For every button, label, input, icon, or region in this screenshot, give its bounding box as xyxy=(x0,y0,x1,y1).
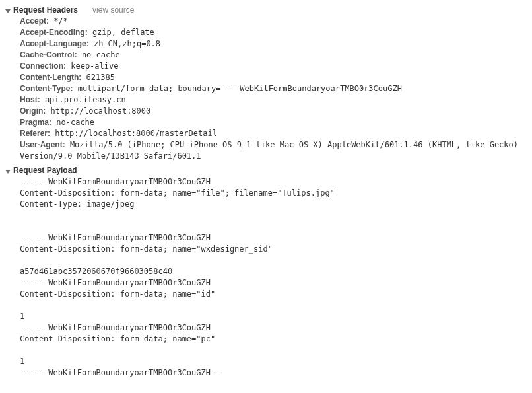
header-name: Content-Length: xyxy=(20,73,81,82)
header-value: no-cache xyxy=(77,50,120,59)
header-name: Accept: xyxy=(20,17,49,26)
header-row: Pragma: no-cache xyxy=(20,117,527,128)
header-name: Accept-Encoding: xyxy=(20,28,88,37)
header-value: multipart/form-data; boundary=----WebKit… xyxy=(73,84,402,93)
header-name: Referer: xyxy=(20,129,50,138)
header-value: Mozilla/5.0 (iPhone; CPU iPhone OS 9_1 l… xyxy=(20,140,523,161)
header-value: gzip, deflate xyxy=(88,28,154,37)
request-headers-list: Accept: */* Accept-Encoding: gzip, defla… xyxy=(5,16,527,162)
header-value: api.pro.iteasy.cn xyxy=(40,95,126,104)
header-row: Connection: keep-alive xyxy=(20,61,527,72)
header-row: Origin: http://localhost:8000 xyxy=(20,106,527,117)
header-name: Host: xyxy=(20,95,40,104)
header-row: Cache-Control: no-cache xyxy=(20,50,527,61)
request-headers-toggle[interactable]: Request Headers view source xyxy=(5,4,527,16)
header-name: Connection: xyxy=(20,61,66,71)
view-source-link[interactable]: view source xyxy=(92,5,134,15)
header-name: User-Agent: xyxy=(20,140,65,149)
header-name: Cache-Control: xyxy=(20,50,77,59)
header-row: User-Agent: Mozilla/5.0 (iPhone; CPU iPh… xyxy=(20,139,527,162)
header-row: Content-Length: 621385 xyxy=(20,72,527,83)
request-headers-section: Request Headers view source Accept: */* … xyxy=(5,4,527,162)
header-value: zh-CN,zh;q=0.8 xyxy=(89,39,160,48)
request-payload-title: Request Payload xyxy=(13,166,77,175)
header-row: Host: api.pro.iteasy.cn xyxy=(20,94,527,106)
header-row: Accept-Encoding: gzip, deflate xyxy=(20,27,527,38)
header-value: http://localhost:8000 xyxy=(46,106,150,116)
disclosure-triangle-icon xyxy=(5,170,11,174)
header-row: Accept: */* xyxy=(20,16,527,27)
header-name: Accept-Language: xyxy=(20,39,89,48)
header-value: */* xyxy=(49,17,68,26)
request-headers-title: Request Headers xyxy=(13,5,78,15)
header-value: 621385 xyxy=(81,73,115,82)
header-row: Referer: http://localhost:8000/masterDet… xyxy=(20,128,527,139)
request-payload-section: Request Payload ------WebKitFormBoundary… xyxy=(5,164,527,378)
header-name: Content-Type: xyxy=(20,84,73,93)
header-row: Accept-Language: zh-CN,zh;q=0.8 xyxy=(20,38,527,50)
header-value: http://localhost:8000/masterDetail xyxy=(50,129,217,138)
disclosure-triangle-icon xyxy=(5,9,11,13)
header-name: Pragma: xyxy=(20,118,51,127)
request-payload-toggle[interactable]: Request Payload xyxy=(5,164,527,176)
header-value: keep-alive xyxy=(66,61,118,71)
header-name: Origin: xyxy=(20,106,46,116)
header-row: Content-Type: multipart/form-data; bound… xyxy=(20,83,527,94)
header-value: no-cache xyxy=(51,118,94,127)
request-payload-body: ------WebKitFormBoundaryoarTMBO0r3CouGZH… xyxy=(5,176,527,378)
